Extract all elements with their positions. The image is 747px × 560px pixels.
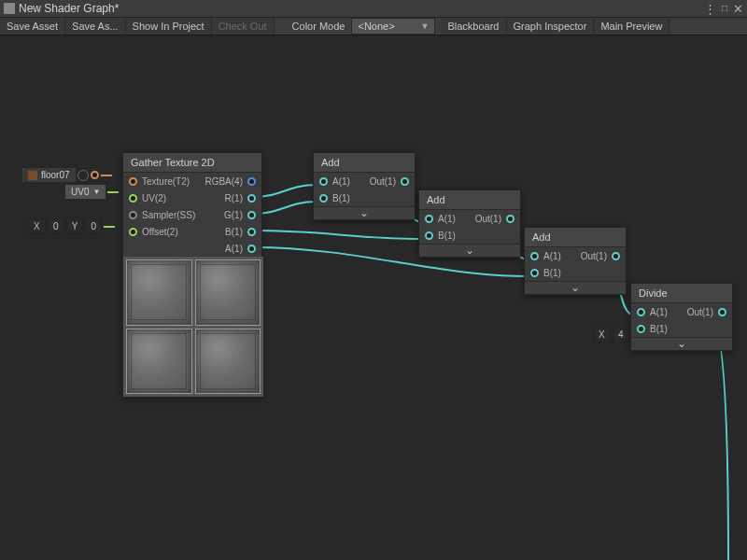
port-offset-in[interactable] — [129, 228, 137, 236]
node-title[interactable]: Add — [419, 190, 520, 210]
port-a-in[interactable] — [319, 177, 328, 186]
collapse-toggle[interactable]: ⌄ — [631, 337, 732, 350]
port-b-in[interactable] — [319, 194, 328, 203]
port-sampler-in[interactable] — [129, 211, 137, 219]
divide-b-label: X — [593, 327, 611, 343]
divide-b-value[interactable]: 4 — [613, 327, 629, 343]
object-picker-icon[interactable] — [78, 170, 89, 181]
offset-x-label: X — [28, 218, 46, 234]
port-g-out[interactable] — [247, 211, 256, 219]
collapse-toggle[interactable]: ⌄ — [419, 244, 520, 257]
texture-input-field[interactable]: floor07 — [22, 168, 112, 182]
offset-y-label: Y — [66, 218, 84, 234]
offset-x-value[interactable]: 0 — [48, 218, 64, 234]
maximize-icon[interactable]: □ — [722, 4, 727, 13]
divide-b-field[interactable]: X 4 — [593, 327, 629, 343]
main-preview-button[interactable]: Main Preview — [594, 18, 669, 35]
node-title[interactable]: Add — [525, 228, 626, 247]
port-a-in[interactable] — [425, 215, 433, 223]
port-b-in[interactable] — [637, 325, 645, 333]
node-add-3[interactable]: Add A(1) Out(1) B(1) ⌄ — [524, 227, 627, 295]
node-preview — [123, 257, 263, 397]
offset-y-value[interactable]: 0 — [85, 218, 102, 234]
port-a-in[interactable] — [637, 308, 645, 316]
port-rgba-out[interactable] — [247, 177, 256, 186]
save-asset-button[interactable]: Save Asset — [0, 18, 65, 35]
save-as-button[interactable]: Save As... — [65, 18, 126, 35]
more-icon[interactable]: ⋮ — [704, 3, 716, 15]
port-b-out[interactable] — [247, 228, 256, 236]
node-add-2[interactable]: Add A(1) Out(1) B(1) ⌄ — [418, 189, 521, 258]
port-uv-in[interactable] — [129, 194, 137, 203]
port-out[interactable] — [718, 308, 726, 316]
chevron-down-icon: ▼ — [92, 188, 100, 196]
app-icon — [4, 3, 15, 14]
chevron-down-icon: ▼ — [421, 21, 430, 31]
port-r-out[interactable] — [247, 194, 256, 203]
node-title[interactable]: Add — [314, 153, 415, 173]
toolbar: Save Asset Save As... Show In Project Ch… — [0, 18, 747, 35]
uv-select-value: UV0 — [71, 187, 89, 197]
port-a-in[interactable] — [530, 252, 539, 260]
close-icon[interactable]: ✕ — [733, 3, 743, 15]
graph-inspector-button[interactable]: Graph Inspector — [507, 18, 595, 35]
port-texture-in[interactable] — [129, 177, 137, 186]
uv-select-field[interactable]: UV0▼ — [65, 185, 119, 199]
texture-swatch-icon — [28, 171, 37, 180]
texture-ref-value: floor07 — [41, 170, 70, 180]
port-out[interactable] — [612, 252, 620, 260]
node-divide[interactable]: Divide A(1) Out(1) B(1) ⌄ — [630, 283, 733, 351]
port-b-in[interactable] — [425, 231, 433, 240]
color-mode-value: <None> — [358, 21, 394, 32]
color-mode-label: Color Mode — [286, 18, 352, 35]
show-in-project-button[interactable]: Show In Project — [126, 18, 212, 35]
color-mode-dropdown[interactable]: <None> ▼ — [351, 18, 435, 35]
node-title[interactable]: Divide — [631, 284, 732, 303]
port-b-in[interactable] — [530, 269, 539, 277]
node-gather-texture-2d[interactable]: Gather Texture 2D Texture(T2) RGBA(4) UV… — [122, 152, 262, 398]
port-a-out[interactable] — [247, 245, 256, 253]
port-out[interactable] — [401, 177, 409, 186]
port-out[interactable] — [506, 215, 514, 223]
blackboard-button[interactable]: Blackboard — [441, 18, 506, 35]
offset-field[interactable]: X 0 Y 0 — [28, 218, 115, 234]
collapse-toggle[interactable]: ⌄ — [525, 281, 626, 294]
check-out-button: Check Out — [212, 18, 275, 35]
window-title: New Shader Graph* — [19, 2, 704, 15]
node-add-1[interactable]: Add A(1) Out(1) B(1) ⌄ — [313, 152, 416, 220]
node-title[interactable]: Gather Texture 2D — [123, 153, 261, 173]
collapse-toggle[interactable]: ⌄ — [314, 206, 415, 219]
graph-canvas[interactable]: floor07 UV0▼ X 0 Y 0 Gather Texture 2D T… — [0, 35, 747, 560]
title-bar: New Shader Graph* ⋮ □ ✕ — [0, 0, 747, 18]
